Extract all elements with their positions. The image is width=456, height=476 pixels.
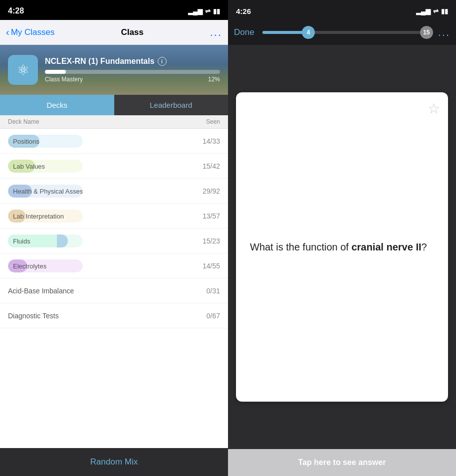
- signal-icon: ▂▄▆: [188, 7, 203, 15]
- deck-pill: Lab Interpretation: [8, 210, 83, 223]
- deck-left: Fluids: [8, 235, 195, 247]
- deck-item[interactable]: Lab Interpretation13/57: [0, 204, 228, 229]
- deck-pill: Fluids: [8, 235, 83, 247]
- right-panel: 4:26 ▂▄▆ ⇌ ▮▮ Done 4 15 ... ☆ What is th…: [228, 0, 456, 476]
- deck-item[interactable]: Electrolytes14/55: [0, 253, 228, 278]
- deck-list: Positions14/33Lab Values15/42Health & Ph…: [0, 129, 228, 448]
- tap-answer-button[interactable]: Tap here to see answer: [228, 449, 456, 476]
- deck-left: Health & Physical Assessment: [8, 185, 195, 198]
- back-label: My Classes: [11, 27, 55, 37]
- info-icon[interactable]: i: [158, 57, 167, 66]
- deck-item[interactable]: Diagnostic Tests0/67: [0, 303, 228, 328]
- study-nav: Done 4 15 ...: [228, 20, 456, 45]
- deck-pill-text: Positions: [13, 137, 39, 145]
- deck-left: Lab Values: [8, 160, 195, 173]
- deck-item[interactable]: Health & Physical Assessment29/92: [0, 179, 228, 204]
- deck-pill-text: Lab Interpretation: [13, 212, 64, 220]
- deck-pill-text: Health & Physical Assessment: [13, 187, 83, 195]
- status-icons-left: ▂▄▆ ⇌ ▮▮: [188, 7, 220, 15]
- random-mix-button[interactable]: Random Mix: [0, 448, 228, 476]
- tab-leaderboard[interactable]: Leaderboard: [114, 95, 228, 115]
- status-bar-right: 4:26 ▂▄▆ ⇌ ▮▮: [228, 0, 456, 20]
- progress-track: 4 15: [262, 31, 433, 34]
- deck-pill: Positions: [8, 135, 83, 148]
- back-button[interactable]: ‹ My Classes: [6, 26, 55, 38]
- chevron-left-icon: ‹: [6, 26, 9, 38]
- nav-title: Class: [55, 27, 210, 37]
- deck-item[interactable]: Acid-Base Imbalance0/31: [0, 278, 228, 303]
- class-icon: ⚛: [8, 55, 38, 85]
- status-icons-right: ▂▄▆ ⇌ ▮▮: [416, 7, 448, 15]
- col-seen: Seen: [206, 118, 220, 125]
- deck-pill: Health & Physical Assessment: [8, 185, 83, 198]
- battery-icon: ▮▮: [213, 7, 220, 15]
- deck-name: Diagnostic Tests: [8, 312, 59, 320]
- deck-seen: 14/55: [195, 262, 220, 270]
- signal-icon-right: ▂▄▆: [416, 7, 431, 15]
- deck-pill-text: Fluids: [13, 237, 30, 244]
- wifi-icon-right: ⇌: [433, 7, 439, 15]
- progress-current-bubble: 4: [302, 26, 315, 39]
- tab-decks[interactable]: Decks: [0, 95, 114, 115]
- star-icon[interactable]: ☆: [428, 100, 440, 117]
- left-panel: 4:28 ▂▄▆ ⇌ ▮▮ ‹ My Classes Class ... ⚛ N…: [0, 0, 228, 476]
- deck-name: Acid-Base Imbalance: [8, 287, 74, 295]
- card-area: ☆ What is the function of cranial nerve …: [228, 45, 456, 449]
- deck-pill-text: Lab Values: [13, 162, 45, 170]
- class-info: NCLEX-RN (1) Fundamentals i Class Master…: [45, 57, 220, 83]
- deck-seen: 13/57: [195, 212, 220, 220]
- battery-icon-right: ▮▮: [441, 7, 448, 15]
- more-button-right[interactable]: ...: [438, 26, 450, 39]
- mastery-label: Class Mastery 12%: [45, 76, 220, 83]
- mastery-bar: Class Mastery 12%: [45, 70, 220, 83]
- deck-pill: Electrolytes: [8, 259, 83, 272]
- deck-seen: 15/23: [195, 237, 220, 245]
- class-name: NCLEX-RN (1) Fundamentals i: [45, 57, 220, 66]
- deck-item[interactable]: Positions14/33: [0, 129, 228, 154]
- deck-seen: 0/31: [195, 287, 220, 295]
- deck-seen: 29/92: [195, 187, 220, 195]
- time-left: 4:28: [8, 6, 24, 15]
- deck-seen: 0/67: [195, 312, 220, 320]
- deck-pill-text: Electrolytes: [13, 262, 46, 269]
- col-deck-name: Deck Name: [8, 118, 39, 125]
- time-right: 4:26: [236, 7, 251, 15]
- mastery-bar-bg: [45, 70, 220, 74]
- deck-seen: 14/33: [195, 137, 220, 145]
- mastery-bar-fill: [45, 70, 66, 74]
- tab-bar: Decks Leaderboard: [0, 95, 228, 115]
- class-header: ⚛ NCLEX-RN (1) Fundamentals i Class Mast…: [0, 45, 228, 95]
- nav-bar-left: ‹ My Classes Class ...: [0, 20, 228, 45]
- deck-left: Lab Interpretation: [8, 210, 195, 223]
- deck-left: Positions: [8, 135, 195, 148]
- flashcard[interactable]: ☆ What is the function of cranial nerve …: [236, 92, 448, 402]
- deck-seen: 15/42: [195, 162, 220, 170]
- status-bar-left: 4:28 ▂▄▆ ⇌ ▮▮: [0, 0, 228, 20]
- deck-pill: Lab Values: [8, 160, 83, 173]
- wifi-icon: ⇌: [205, 7, 211, 15]
- done-button[interactable]: Done: [234, 27, 254, 37]
- more-button-left[interactable]: ...: [210, 26, 222, 39]
- deck-item[interactable]: Fluids15/23: [0, 229, 228, 253]
- card-question: What is the function of cranial nerve II…: [250, 239, 427, 254]
- progress-total-bubble: 15: [420, 26, 433, 39]
- deck-item[interactable]: Lab Values15/42: [0, 154, 228, 179]
- deck-left: Electrolytes: [8, 259, 195, 272]
- deck-list-header: Deck Name Seen: [0, 115, 228, 129]
